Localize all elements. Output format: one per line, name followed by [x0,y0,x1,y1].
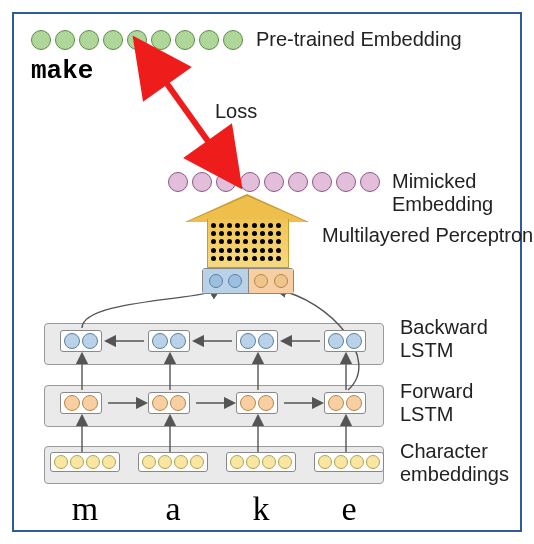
bwd-cell-2 [236,330,278,352]
fwd-cell-3 [324,392,366,414]
label-mimicked: Mimicked Embedding [392,170,534,216]
char-1: a [138,490,208,528]
label-bwd-text: Backward LSTM [400,316,488,361]
label-chars: Character embeddings [400,440,509,486]
fwd-cell-0 [60,392,102,414]
label-chars-text: Character embeddings [400,440,509,485]
word-label: make [31,56,93,86]
mlp-dot-grid [211,223,283,263]
bwd-cell-0 [60,330,102,352]
char-cell-3 [314,452,384,472]
char-cell-0 [50,452,120,472]
char-3: e [314,490,384,528]
label-mlp: Multilayered Perceptron [322,224,533,247]
label-pretrained: Pre-trained Embedding [256,28,462,51]
label-bwd: Backward LSTM [400,316,488,362]
bwd-cell-1 [148,330,190,352]
label-loss: Loss [215,100,257,123]
mimicked-embedding [168,172,380,192]
char-0: m [50,490,120,528]
char-cell-2 [226,452,296,472]
bwd-cell-3 [324,330,366,352]
fwd-cell-2 [236,392,278,414]
label-fwd: Forward LSTM [400,380,473,426]
label-fwd-text: Forward LSTM [400,380,473,425]
pretrained-embedding [31,30,243,50]
fwd-cell-1 [148,392,190,414]
char-cell-1 [138,452,208,472]
concat-hidden-states [202,268,294,294]
diagram-frame: Pre-trained Embedding make Loss Mimicked… [0,0,534,544]
char-2: k [226,490,296,528]
mlp-arrow-icon [192,196,302,268]
